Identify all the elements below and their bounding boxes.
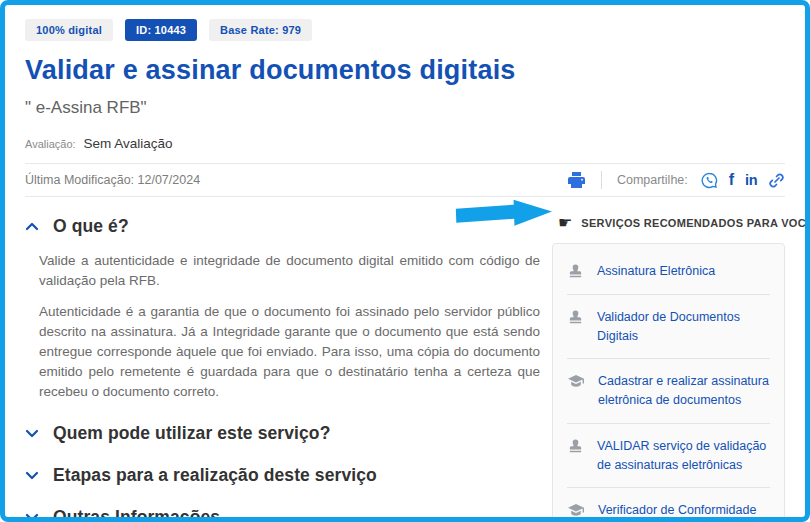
- share-link-button[interactable]: [768, 172, 785, 189]
- share-facebook-button[interactable]: f: [729, 172, 734, 188]
- meta-bar: Última Modificação: 12/07/2024 Compartil…: [25, 163, 785, 197]
- share-label: Compartilhe:: [617, 173, 688, 187]
- service-link-label: Verificador de Conformidade de Assinatur…: [598, 501, 770, 522]
- service-link-assinatura-eletronica[interactable]: Assinatura Eletrônica: [567, 260, 770, 283]
- main-content: O que é? Valide a autenticidade e integr…: [25, 199, 785, 522]
- service-link-label: VALIDAR serviço de validação de assinatu…: [597, 437, 770, 475]
- digital-badge: 100% digital: [25, 19, 113, 41]
- share-whatsapp-button[interactable]: [701, 172, 718, 189]
- chevron-down-icon: [25, 470, 39, 481]
- divider: [567, 358, 770, 359]
- share-bar: Compartilhe: f in: [567, 171, 785, 189]
- base-rate-badge: Base Rate: 979: [209, 19, 312, 41]
- paragraph: Autenticidade é a garantia de que o docu…: [39, 302, 540, 402]
- accordion-header-outras-informacoes[interactable]: Outras Informações: [25, 507, 540, 522]
- divider: [601, 171, 602, 189]
- service-link-label: Cadastrar e realizar assinatura eletrôni…: [598, 372, 770, 410]
- printer-icon: [567, 171, 586, 189]
- service-link-validador-documentos[interactable]: Validador de Documentos Digitais: [567, 306, 770, 348]
- page-title: Validar e assinar documentos digitais: [25, 55, 785, 86]
- annotation-arrow-icon: [453, 195, 558, 231]
- service-link-label: Validador de Documentos Digitais: [597, 308, 770, 346]
- chevron-up-icon: [25, 221, 39, 232]
- chevron-down-icon: [25, 512, 39, 522]
- divider: [567, 487, 770, 488]
- paragraph: Valide a autenticidade e integridade de …: [39, 251, 540, 291]
- accordion-label: Quem pode utilizar este serviço?: [53, 423, 330, 444]
- divider: [567, 294, 770, 295]
- share-linkedin-button[interactable]: in: [745, 173, 757, 188]
- service-link-validar-assinaturas[interactable]: VALIDAR serviço de validação de assinatu…: [567, 435, 770, 477]
- chevron-down-icon: [25, 428, 39, 439]
- stamp-icon: [567, 438, 584, 455]
- badge-row: 100% digital ID: 10443 Base Rate: 979: [25, 19, 785, 41]
- link-icon: [768, 172, 785, 189]
- whatsapp-icon: [701, 172, 718, 189]
- service-page: 100% digital ID: 10443 Base Rate: 979 Va…: [0, 0, 810, 522]
- stamp-icon: [567, 309, 584, 326]
- linkedin-icon: in: [745, 173, 757, 188]
- pointing-hand-icon: ☛: [558, 215, 572, 231]
- facebook-icon: f: [729, 172, 734, 188]
- rating-label: Avaliação:: [25, 138, 76, 150]
- print-button[interactable]: [567, 171, 586, 189]
- rating-value: Sem Avaliação: [84, 136, 173, 151]
- accordion-body-o-que-e: Valide a autenticidade e integridade de …: [39, 251, 540, 402]
- accordion-label: Outras Informações: [53, 507, 220, 522]
- service-link-verificador-conformidade[interactable]: Verificador de Conformidade de Assinatur…: [567, 499, 770, 522]
- graduation-cap-icon: [567, 373, 585, 389]
- graduation-cap-icon: [567, 502, 585, 518]
- accordion-header-quem-pode[interactable]: Quem pode utilizar este serviço?: [25, 423, 540, 444]
- service-link-cadastrar-assinatura[interactable]: Cadastrar e realizar assinatura eletrôni…: [567, 370, 770, 412]
- recommended-title: SERVIÇOS RECOMENDADOS PARA VOCÊ: [581, 217, 810, 229]
- accordion-label: Etapas para a realização deste serviço: [53, 465, 377, 486]
- last-modified: Última Modificação: 12/07/2024: [25, 173, 200, 187]
- recommended-services-card: Assinatura Eletrônica Validador de Docum…: [552, 243, 785, 522]
- id-badge: ID: 10443: [125, 19, 197, 41]
- accordion-column: O que é? Valide a autenticidade e integr…: [25, 199, 540, 522]
- recommended-column: ☛ SERVIÇOS RECOMENDADOS PARA VOCÊ Assina…: [540, 199, 810, 522]
- recommended-header: ☛ SERVIÇOS RECOMENDADOS PARA VOCÊ: [540, 215, 810, 231]
- stamp-icon: [567, 263, 584, 280]
- accordion-label: O que é?: [53, 216, 129, 237]
- page-subtitle: " e-Assina RFB": [25, 98, 785, 118]
- rating-row: Avaliação: Sem Avaliação: [25, 136, 785, 151]
- service-link-label: Assinatura Eletrônica: [597, 262, 715, 281]
- divider: [567, 423, 770, 424]
- accordion-header-etapas[interactable]: Etapas para a realização deste serviço: [25, 465, 540, 486]
